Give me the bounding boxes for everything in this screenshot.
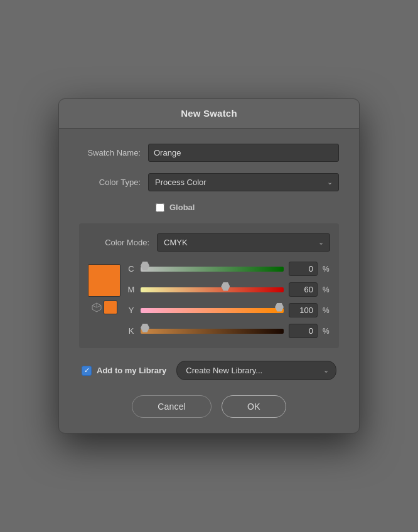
color-preview-col [88, 262, 121, 314]
slider-track-wrapper-k [141, 326, 284, 337]
library-select-wrapper: Create New Library... My Library ⌄ [176, 361, 336, 380]
slider-track-wrapper-c [141, 263, 284, 275]
ok-button[interactable]: OK [222, 395, 286, 418]
slider-unit-y: % [323, 306, 330, 315]
slider-label-c: C [127, 264, 136, 274]
slider-value-c[interactable] [289, 262, 318, 276]
slider-unit-k: % [323, 327, 330, 336]
new-swatch-dialog: New Swatch Swatch Name: Color Type: Proc… [58, 98, 360, 434]
swatch-name-input[interactable] [148, 144, 339, 162]
slider-row-m: M % [127, 282, 330, 297]
slider-value-m[interactable] [289, 282, 318, 297]
color-swatch-small [104, 301, 117, 314]
slider-input-y[interactable] [141, 305, 284, 310]
slider-row-y: Y % [127, 303, 330, 317]
color-mode-label: Color Mode: [88, 238, 157, 247]
color-type-select[interactable]: Process Color Spot Color [148, 173, 339, 191]
color-type-row: Color Type: Process Color Spot Color ⌄ [79, 173, 339, 191]
color-type-select-wrapper: Process Color Spot Color ⌄ [148, 173, 339, 191]
cube-icon [92, 302, 102, 312]
color-mode-row: Color Mode: CMYK RGB HSB Lab Grayscale ⌄ [88, 233, 330, 252]
sliders-col: C % M [127, 262, 330, 338]
color-swatch-row [92, 301, 117, 314]
color-sliders-area: C % M [88, 262, 330, 338]
slider-value-k[interactable] [289, 324, 318, 338]
color-type-label: Color Type: [79, 178, 148, 187]
slider-track-wrapper-y [141, 305, 284, 316]
swatch-name-label: Swatch Name: [79, 148, 148, 157]
library-label-text: Add to my Library [97, 366, 166, 375]
slider-value-y[interactable] [289, 303, 318, 317]
swatch-name-row: Swatch Name: [79, 144, 339, 162]
slider-label-k: K [127, 326, 136, 336]
slider-track-wrapper-m [141, 284, 284, 295]
checkmark-icon: ✓ [84, 367, 90, 374]
slider-input-k[interactable] [141, 326, 284, 331]
global-checkbox-row: Global [79, 203, 339, 212]
global-checkbox[interactable] [156, 203, 164, 212]
library-checkbox[interactable]: ✓ [82, 366, 92, 376]
slider-unit-c: % [323, 265, 330, 274]
cancel-button[interactable]: Cancel [132, 395, 212, 418]
dialog-titlebar: New Swatch [59, 99, 359, 129]
slider-unit-m: % [323, 285, 330, 294]
global-label[interactable]: Global [169, 203, 195, 212]
button-row: Cancel OK [79, 395, 339, 420]
library-select[interactable]: Create New Library... My Library [176, 361, 336, 380]
color-swatch-main [88, 264, 121, 297]
library-row: ✓ Add to my Library Create New Library..… [79, 361, 339, 380]
slider-label-m: M [127, 285, 136, 294]
slider-input-c[interactable] [141, 263, 284, 269]
slider-row-c: C % [127, 262, 330, 276]
slider-input-m[interactable] [141, 284, 284, 289]
slider-label-y: Y [127, 306, 136, 315]
dialog-body: Swatch Name: Color Type: Process Color S… [59, 129, 359, 433]
library-check-label[interactable]: ✓ Add to my Library [82, 366, 166, 376]
color-mode-select[interactable]: CMYK RGB HSB Lab Grayscale [157, 233, 330, 252]
dialog-title: New Swatch [181, 108, 237, 119]
color-section: Color Mode: CMYK RGB HSB Lab Grayscale ⌄ [79, 223, 339, 348]
slider-row-k: K % [127, 324, 330, 338]
color-mode-select-wrapper: CMYK RGB HSB Lab Grayscale ⌄ [157, 233, 330, 252]
